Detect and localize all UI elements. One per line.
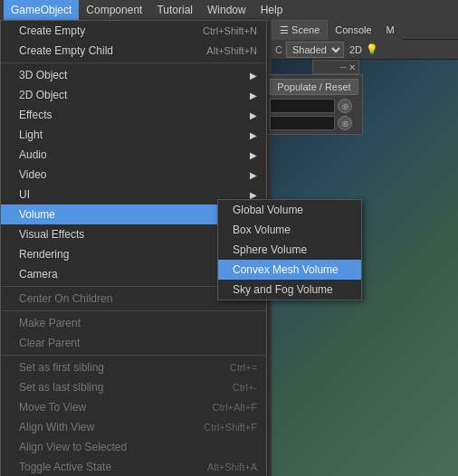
populate-field-2: ◎ (270, 116, 358, 130)
populate-input-1[interactable] (270, 99, 335, 113)
close-icon[interactable]: ✕ (348, 62, 356, 72)
volume-submenu: Global Volume Box Volume Sphere Volume C… (217, 199, 362, 300)
shaded-select[interactable]: Shaded (286, 42, 344, 58)
menu-align-view-to-selected: Align View to Selected (1, 437, 266, 457)
arrow-icon-2d: ▶ (250, 90, 257, 100)
tab-scene[interactable]: ☰ Scene (272, 20, 328, 40)
arrow-icon-effects: ▶ (250, 110, 257, 120)
arrow-icon-ui: ▶ (250, 190, 257, 200)
scene-tab-bar: ☰ Scene Console M (272, 20, 458, 40)
menu-2d-object[interactable]: 2D Object ▶ (1, 85, 266, 105)
menu-create-empty-child[interactable]: Create Empty Child Alt+Shift+N (1, 41, 266, 61)
arrow-icon-video: ▶ (250, 170, 257, 180)
light-icon: 💡 (366, 43, 378, 55)
populate-input-2[interactable] (270, 116, 335, 130)
submenu-sphere-volume[interactable]: Sphere Volume (218, 240, 361, 260)
menubar-item-window[interactable]: Window (200, 0, 253, 20)
submenu-convex-mesh-volume[interactable]: Convex Mesh Volume (218, 260, 361, 280)
menu-make-parent: Make Parent (1, 313, 266, 333)
submenu-sky-and-fog-volume[interactable]: Sky and Fog Volume (218, 280, 361, 300)
populate-field-1: ◎ (270, 99, 358, 113)
menubar-item-help[interactable]: Help (253, 0, 291, 20)
scene-shaded-bar: C Shaded 2D 💡 (272, 40, 458, 60)
menu-align-with-view: Align With View Ctrl+Shift+F (1, 417, 266, 437)
menu-create-empty[interactable]: Create Empty Ctrl+Shift+N (1, 21, 266, 41)
menubar-item-gameobject[interactable]: GameObject (4, 0, 79, 20)
circle-button-2[interactable]: ◎ (338, 116, 352, 130)
populate-reset-button[interactable]: Populate / Reset (270, 79, 358, 95)
menu-effects[interactable]: Effects ▶ (1, 105, 266, 125)
menu-set-last-sibling: Set as last sibling Ctrl+- (1, 377, 266, 397)
menubar: GameObject Component Tutorial Window Hel… (0, 0, 458, 20)
menu-clear-parent: Clear Parent (1, 333, 266, 353)
populate-dialog: Populate / Reset ◎ ◎ (265, 74, 363, 135)
mode-2d: 2D (349, 44, 362, 55)
menu-audio[interactable]: Audio ▶ (1, 145, 266, 165)
submenu-global-volume[interactable]: Global Volume (218, 200, 361, 220)
submenu-box-volume[interactable]: Box Volume (218, 220, 361, 240)
tab-m[interactable]: M (379, 20, 402, 40)
tab-console[interactable]: Console (328, 20, 378, 40)
menu-3d-object[interactable]: 3D Object ▶ (1, 65, 266, 85)
separator-3 (1, 310, 266, 311)
arrow-icon-3d: ▶ (250, 71, 257, 81)
menu-toggle-active-state: Toggle Active State Alt+Shift+A (1, 457, 266, 476)
circle-button-1[interactable]: ◎ (338, 99, 352, 113)
menubar-item-tutorial[interactable]: Tutorial (149, 0, 200, 20)
menubar-item-component[interactable]: Component (79, 0, 149, 20)
separator-1 (1, 62, 266, 63)
minus-icon[interactable]: ─ (340, 62, 347, 72)
menu-move-to-view: Move To View Ctrl+Alt+F (1, 397, 266, 417)
arrow-icon-audio: ▶ (250, 150, 257, 160)
menu-video[interactable]: Video ▶ (1, 165, 266, 185)
small-dialog: ─ ✕ (312, 60, 359, 74)
arrow-icon-light: ▶ (250, 130, 257, 140)
menu-light[interactable]: Light ▶ (1, 125, 266, 145)
separator-4 (1, 355, 266, 356)
menu-set-first-sibling: Set as first sibling Ctrl+= (1, 357, 266, 377)
scene-c-label: C (275, 44, 282, 55)
